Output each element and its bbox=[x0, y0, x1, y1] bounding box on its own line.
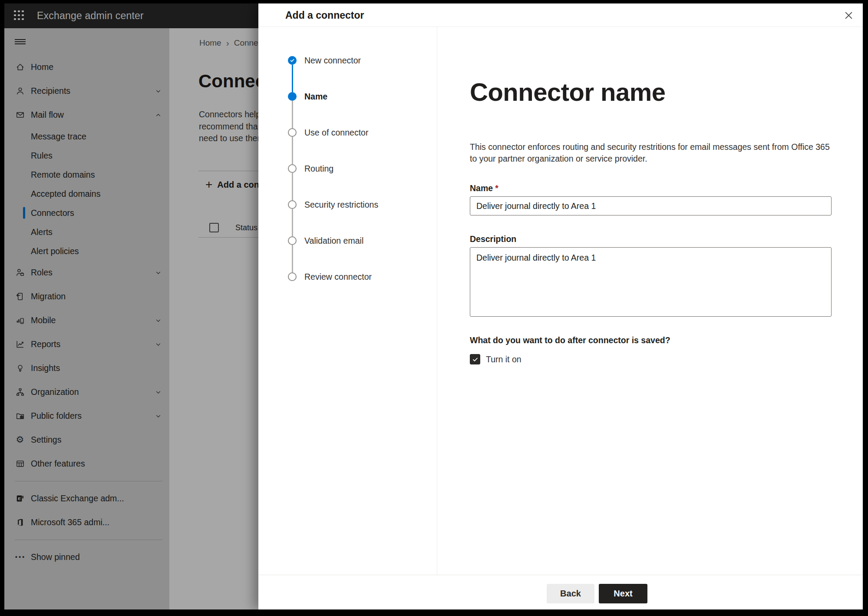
step-circle bbox=[288, 272, 297, 281]
step-circle bbox=[288, 236, 297, 245]
step-use-of-connector: Use of connector bbox=[288, 128, 437, 164]
step-circle bbox=[288, 200, 297, 209]
step-validation-email: Validation email bbox=[288, 236, 437, 272]
next-button[interactable]: Next bbox=[599, 584, 647, 603]
step-label: Validation email bbox=[304, 236, 363, 246]
step-circle bbox=[288, 56, 297, 65]
step-connector-line bbox=[292, 101, 293, 128]
step-connector-line bbox=[292, 65, 293, 92]
step-connector-line bbox=[292, 245, 293, 272]
step-new-connector: New connector bbox=[288, 56, 437, 92]
description-field-label: Description bbox=[470, 234, 516, 244]
close-icon bbox=[843, 10, 854, 21]
step-review-connector: Review connector bbox=[288, 272, 437, 281]
step-name: Name bbox=[288, 92, 437, 128]
step-routing: Routing bbox=[288, 164, 437, 200]
wizard-step-content: Connector name This connector enforces r… bbox=[438, 27, 863, 575]
step-heading: Connector name bbox=[470, 77, 666, 106]
name-input[interactable] bbox=[470, 196, 832, 215]
dialog-body: New connector Name Use of connector Rout… bbox=[258, 27, 863, 575]
dialog-header: Add a connector bbox=[258, 3, 863, 27]
step-label: Name bbox=[304, 92, 327, 102]
required-asterisk: * bbox=[495, 183, 498, 193]
after-save-question: What do you want to do after connector i… bbox=[470, 335, 670, 345]
step-circle bbox=[288, 92, 297, 101]
step-security-restrictions: Security restrictions bbox=[288, 200, 437, 236]
back-button[interactable]: Back bbox=[547, 584, 594, 603]
turn-it-on-label: Turn it on bbox=[486, 354, 521, 364]
step-label: Routing bbox=[304, 164, 333, 174]
turn-it-on-checkbox[interactable] bbox=[470, 354, 480, 364]
checkmark-icon bbox=[472, 356, 479, 363]
step-connector-line bbox=[292, 137, 293, 164]
name-field-label: Name* bbox=[470, 183, 498, 193]
screen: Exchange admin center Home Recipients Ma… bbox=[4, 3, 863, 609]
step-label: Review connector bbox=[304, 272, 372, 282]
step-circle bbox=[288, 164, 297, 173]
step-label: Security restrictions bbox=[304, 200, 378, 210]
step-connector-line bbox=[292, 173, 293, 200]
step-connector-line bbox=[292, 209, 293, 236]
step-description: This connector enforces routing and secu… bbox=[470, 141, 830, 165]
step-label: Use of connector bbox=[304, 128, 368, 138]
dialog-title: Add a connector bbox=[285, 3, 364, 27]
step-circle bbox=[288, 128, 297, 137]
dialog-footer: Back Next bbox=[258, 575, 863, 609]
add-connector-dialog: Add a connector New connector Name Use o… bbox=[258, 3, 863, 609]
step-label: New connector bbox=[304, 56, 361, 66]
description-input[interactable]: Deliver journal directly to Area 1 bbox=[470, 247, 832, 317]
close-button[interactable] bbox=[839, 6, 858, 24]
turn-it-on-row: Turn it on bbox=[470, 354, 521, 364]
wizard-steps: New connector Name Use of connector Rout… bbox=[258, 27, 437, 575]
